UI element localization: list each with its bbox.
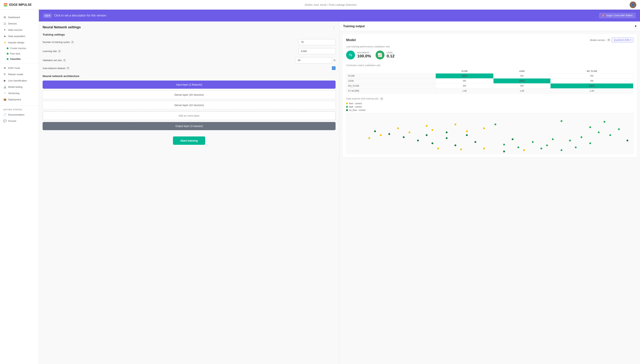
- training-output-chevron-icon: ▾: [635, 24, 636, 28]
- eon-tuner-icon: ⚙: [3, 66, 6, 70]
- left-panel: Neural Network settings ⋮ Training setti…: [39, 22, 340, 364]
- sidebar-subitem-create-impulse[interactable]: Create impulse: [0, 46, 39, 51]
- sidebar-subitem-raw-data[interactable]: Raw data: [0, 51, 39, 56]
- scatter-dot: [397, 128, 399, 129]
- model-header: Model Model version: ? Quantized (int8) …: [346, 38, 633, 42]
- scatter-plot: [346, 113, 633, 154]
- auto-balance-help-icon[interactable]: ?: [66, 67, 70, 70]
- validation-set-group: Validation set size ? %: [42, 57, 336, 63]
- training-cycles-input[interactable]: [298, 39, 336, 45]
- logo[interactable]: EDGE IMPULSE: [4, 3, 32, 6]
- getting-started-label: GETTING STARTED: [0, 107, 39, 112]
- sidebar-item-impulse-design[interactable]: ⚡ Impulse design: [0, 39, 39, 46]
- cm-row-label-leak: LEAK: [346, 78, 436, 84]
- cm-cell-flow-leak: 0%: [493, 74, 550, 78]
- documentation-icon: 📄: [3, 113, 6, 116]
- main-content: #1 ▾ Click to set a description for this…: [39, 10, 640, 364]
- input-layer-button[interactable]: Input layer (2 features): [42, 80, 336, 89]
- scatter-dot: [466, 134, 468, 136]
- scatter-dot: [446, 137, 448, 139]
- auto-balance-checkbox[interactable]: ✓: [332, 66, 336, 70]
- sidebar-item-documentation[interactable]: 📄 Documentation: [0, 112, 39, 118]
- panel-title: Neural Network settings: [42, 25, 81, 29]
- sidebar-item-versioning[interactable]: ⑂ Versioning: [0, 90, 39, 96]
- scatter-dot: [503, 150, 505, 152]
- learning-rate-input[interactable]: [298, 48, 336, 54]
- model-section: Model Model version: ? Quantized (int8) …: [342, 34, 637, 158]
- sidebar-subitem-classifier[interactable]: Classifier: [0, 56, 39, 62]
- sidebar-item-label: Data acquisition: [8, 35, 25, 38]
- cm-row-label-flow: FLOW: [346, 74, 436, 78]
- topbar: EDGE IMPULSE Shebin Jose Jacob / Fluid L…: [0, 0, 640, 10]
- model-version-select[interactable]: Quantized (int8) ▾: [612, 38, 633, 42]
- versioning-icon: ⑂: [3, 92, 6, 94]
- noflow-legend-dot: [346, 109, 348, 111]
- noflow-legend-label: no_flow - correct: [349, 109, 366, 112]
- cm-row-flow: FLOW 100% 0% 0%: [346, 74, 633, 78]
- cm-row-leak: LEAK 0% 100% 0%: [346, 78, 633, 84]
- banner-description[interactable]: Click to set a description for this vers…: [54, 14, 106, 17]
- scatter-dot: [437, 148, 439, 150]
- scatter-dot: [474, 141, 476, 143]
- sidebar-item-data-acquisition[interactable]: ◈ Data acquisition: [0, 33, 39, 39]
- sidebar-item-eon-tuner[interactable]: ⚙ EON Tuner: [0, 65, 39, 71]
- learning-rate-help-icon[interactable]: ?: [58, 50, 61, 53]
- raw-data-dot: [7, 53, 8, 54]
- scatter-dot: [466, 130, 468, 132]
- sidebar-item-label: Documentation: [8, 113, 24, 116]
- scatter-dot: [432, 142, 433, 144]
- validation-set-help-icon[interactable]: ?: [63, 59, 66, 62]
- training-cycles-help-icon[interactable]: ?: [71, 41, 74, 44]
- more-options-icon[interactable]: ⋮: [332, 25, 336, 29]
- sidebar-item-forums[interactable]: 💬 Forums: [0, 118, 39, 124]
- add-extra-layer-button[interactable]: Add an extra layer: [42, 111, 336, 120]
- cm-title: Confusion matrix (validation set): [346, 64, 633, 67]
- sidebar-item-dashboard[interactable]: ⊞ Dashboard: [0, 14, 39, 20]
- scatter-dot: [540, 148, 542, 150]
- accuracy-metric: % ACCURACY 100.0%: [346, 50, 371, 60]
- cm-header-row: FLOW LEAK NO_FLOW: [346, 69, 633, 74]
- data-explorer-help-icon[interactable]: ?: [380, 98, 383, 100]
- dense-layer-20-button[interactable]: Dense layer (20 neurons): [42, 90, 336, 99]
- output-layer-button[interactable]: Output layer (3 classes): [42, 122, 336, 130]
- sidebar-item-retrain-model[interactable]: ↻ Retrain model: [0, 71, 39, 78]
- logo-text: EDGE IMPULSE: [9, 3, 32, 6]
- cm-cell-noflow-flow: 0%: [436, 84, 493, 88]
- sidebar-item-data-sources[interactable]: ✦ Data sources: [0, 27, 39, 33]
- validation-set-input[interactable]: [295, 57, 332, 63]
- sidebar-main-section: ⊞ Dashboard ◫ Devices ✦ Data sources ◈ D…: [0, 12, 39, 104]
- percent-unit: %: [333, 59, 336, 62]
- scatter-dot: [483, 128, 485, 129]
- cm-cell-flow-flow: 100%: [436, 74, 493, 78]
- sidebar-item-live-classification[interactable]: ▶ Live classification: [0, 78, 39, 84]
- target-button[interactable]: 🎯 Target: Cortex-M4F 80MHz: [599, 13, 636, 18]
- scatter-dot: [532, 141, 534, 143]
- cm-row-label-f1: F1 SCORE: [346, 88, 436, 94]
- sidebar-item-label: Forums: [8, 120, 16, 122]
- loss-icon: 📈: [376, 50, 384, 60]
- model-version-help-icon[interactable]: ?: [607, 38, 610, 42]
- scatter-dot: [426, 125, 428, 127]
- sidebar-item-devices[interactable]: ◫ Devices: [0, 20, 39, 27]
- sidebar-item-model-testing[interactable]: 🔬 Model testing: [0, 84, 39, 90]
- start-training-button[interactable]: Start training: [173, 136, 205, 145]
- scatter-dot: [494, 124, 496, 125]
- avatar[interactable]: 👤: [630, 2, 636, 8]
- devices-icon: ◫: [3, 22, 6, 25]
- dense-layer-10-button[interactable]: Dense layer (10 neurons): [42, 101, 336, 110]
- topbar-center: Shebin Jose Jacob / Fluid Leakage Detect…: [305, 3, 357, 6]
- topbar-project: Fluid Leakage Detection: [329, 3, 357, 6]
- live-classification-icon: ▶: [3, 79, 6, 82]
- cm-cell-flow-noflow: 0%: [550, 74, 633, 78]
- version-number: #1: [45, 14, 48, 17]
- scatter-dot: [580, 136, 582, 138]
- version-badge[interactable]: #1 ▾: [43, 14, 52, 18]
- scatter-dot: [388, 133, 390, 135]
- sidebar-item-deployment[interactable]: 📦 Deployment: [0, 96, 39, 102]
- cm-cell-f1-leak: 1.00: [493, 88, 550, 94]
- accuracy-icon: %: [346, 50, 355, 60]
- validation-set-control: %: [295, 57, 336, 63]
- architecture-title: Neural network architecture: [42, 74, 336, 78]
- scatter-dot: [380, 134, 382, 136]
- layout: ⊞ Dashboard ◫ Devices ✦ Data sources ◈ D…: [0, 10, 640, 364]
